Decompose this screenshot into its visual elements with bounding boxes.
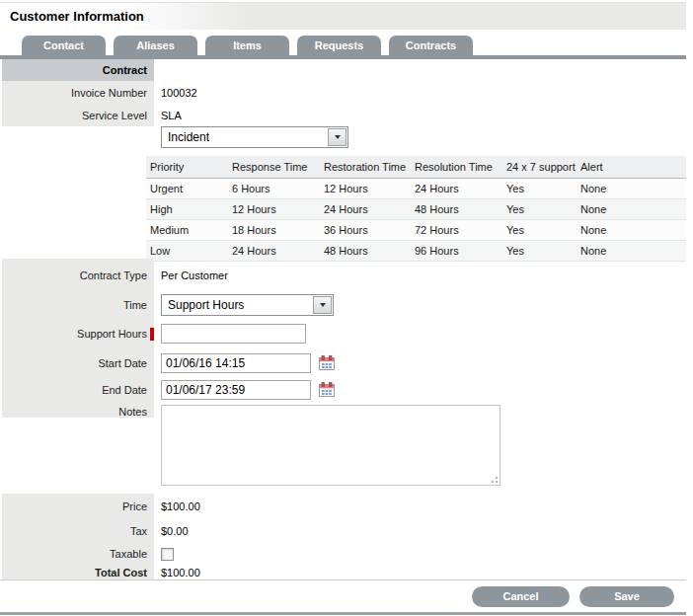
calendar-icon[interactable]: [319, 382, 335, 397]
price-row: Price $100.00: [0, 494, 686, 519]
invoice-number-label: Invoice Number: [2, 81, 154, 105]
invoice-number-row: Invoice Number 100032: [0, 81, 686, 105]
sla-table-row: Priority Response Time Restoration Time …: [0, 156, 686, 259]
taxable-row: Taxable: [0, 543, 686, 565]
calendar-icon[interactable]: [319, 355, 335, 370]
price-label: Price: [2, 494, 154, 519]
contract-type-label: Contract Type: [2, 259, 154, 292]
service-level-label: Service Level: [2, 105, 154, 126]
time-select-value: Support Hours: [162, 295, 312, 315]
tax-label: Tax: [2, 519, 154, 543]
notes-label: Notes: [2, 403, 154, 418]
tab-requests[interactable]: Requests: [297, 36, 381, 55]
footer-actions: Cancel Save: [0, 579, 686, 612]
tab-aliases[interactable]: Aliases: [114, 36, 197, 55]
tab-items[interactable]: Items: [205, 36, 289, 55]
notes-row: Notes: [0, 403, 686, 494]
start-date-label: Start Date: [2, 349, 154, 376]
process-select-value: Incident: [162, 127, 327, 147]
col-alert: Alert: [577, 156, 686, 179]
contract-type-row: Contract Type Per Customer: [0, 259, 686, 292]
invoice-number-value: 100032: [161, 87, 197, 99]
save-button[interactable]: Save: [579, 586, 674, 607]
customer-information-page: Customer Information Contact Aliases Ite…: [0, 0, 686, 615]
chevron-down-icon[interactable]: [328, 128, 346, 146]
cancel-button[interactable]: Cancel: [472, 586, 570, 607]
col-resolution-time: Resolution Time: [411, 156, 502, 179]
end-date-label: End Date: [2, 376, 154, 403]
time-row: Time Support Hours: [0, 292, 686, 318]
contract-type-value: Per Customer: [161, 270, 228, 281]
taxable-label: Taxable: [2, 543, 154, 565]
service-level-row: Service Level SLA: [0, 105, 686, 126]
time-select[interactable]: Support Hours: [161, 294, 334, 316]
section-header-row: Contract: [0, 59, 686, 81]
start-date-input[interactable]: [161, 353, 311, 373]
table-row-medium: Medium 18 Hours 36 Hours 72 Hours Yes No…: [146, 220, 686, 241]
end-date-input[interactable]: [161, 380, 311, 400]
price-value: $100.00: [161, 500, 200, 512]
section-title: Contract: [2, 59, 154, 81]
process-select-row: Incident: [0, 126, 686, 156]
service-level-value: SLA: [161, 110, 182, 121]
page-title-bar: Customer Information: [0, 2, 686, 30]
table-row-high: High 12 Hours 24 Hours 48 Hours Yes None: [146, 199, 686, 220]
process-select[interactable]: Incident: [161, 126, 348, 148]
col-priority: Priority: [146, 156, 228, 179]
time-label: Time: [2, 292, 154, 318]
end-date-row: End Date: [0, 376, 686, 403]
support-hours-label: Support Hours: [77, 328, 147, 340]
col-response-time: Response Time: [228, 156, 320, 179]
total-cost-label: Total Cost: [2, 565, 154, 579]
taxable-checkbox[interactable]: [161, 548, 174, 561]
page-title: Customer Information: [0, 9, 144, 24]
sla-table: Priority Response Time Restoration Time …: [146, 156, 686, 262]
tab-bar: Contact Aliases Items Requests Contracts: [0, 30, 686, 55]
tax-row: Tax $0.00: [0, 519, 686, 543]
tab-contracts[interactable]: Contracts: [389, 36, 473, 55]
support-hours-input[interactable]: [161, 324, 306, 344]
total-cost-value: $100.00: [161, 567, 200, 578]
chevron-down-icon[interactable]: [313, 296, 332, 314]
tab-contact[interactable]: Contact: [22, 36, 106, 55]
page-bottom-border: [0, 612, 686, 615]
table-row-urgent: Urgent 6 Hours 12 Hours 24 Hours Yes Non…: [146, 179, 686, 199]
total-cost-row: Total Cost $100.00: [0, 565, 686, 579]
tax-value: $0.00: [161, 525, 189, 537]
col-24x7-support: 24 x 7 support: [502, 156, 577, 179]
contract-form: Contract Invoice Number 100032 Service L…: [0, 59, 686, 579]
col-restoration-time: Restoration Time: [320, 156, 411, 179]
notes-textarea[interactable]: [161, 405, 500, 486]
sla-table-header: Priority Response Time Restoration Time …: [146, 156, 686, 179]
support-hours-row: Support Hours: [0, 318, 686, 349]
start-date-row: Start Date: [0, 349, 686, 376]
